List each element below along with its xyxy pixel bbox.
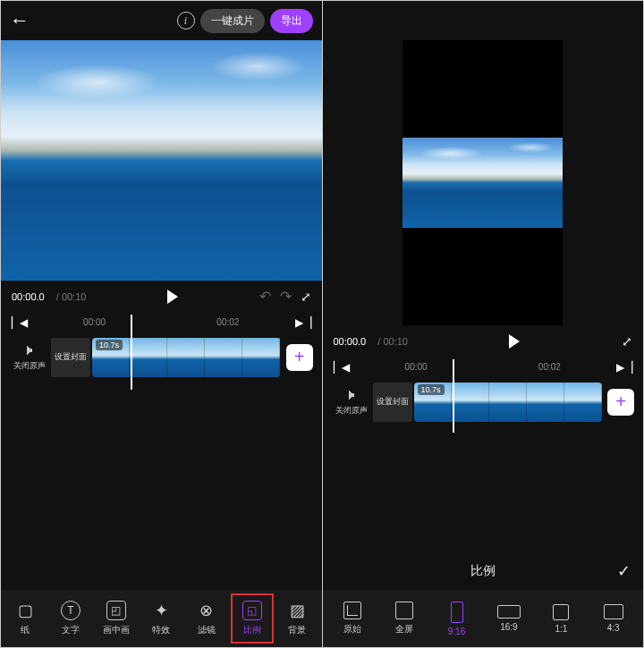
playhead[interactable] bbox=[131, 315, 132, 390]
expand-icon[interactable]: ⤢ bbox=[622, 334, 632, 349]
mute-label: 关闭原声 bbox=[335, 405, 368, 417]
add-clip-button[interactable]: + bbox=[607, 389, 634, 416]
ratio-original-icon bbox=[343, 602, 361, 619]
timeline-strip[interactable]: 🕨 关闭原声 设置封面 10.7s + bbox=[323, 377, 644, 427]
editor-pane-left: ← i 一键成片 导出 00:00.0 / 00:10 ↶ ↷ ⤢ ▏◀ 00:… bbox=[1, 1, 322, 647]
current-time: 00:00.0 bbox=[12, 291, 45, 302]
ratio-option-16-9[interactable]: 16:9 bbox=[489, 605, 529, 632]
mute-label: 关闭原声 bbox=[13, 360, 46, 372]
timeline-ruler: ▏◀ 00:00 00:02 ▶▕ bbox=[323, 358, 644, 377]
ratio-label: 全屏 bbox=[395, 623, 413, 635]
tool-background[interactable]: ▨ 背景 bbox=[279, 597, 315, 640]
play-icon[interactable] bbox=[167, 290, 178, 304]
speaker-icon: 🕨 bbox=[344, 387, 359, 403]
header: ← i 一键成片 导出 bbox=[1, 1, 322, 40]
mute-toggle[interactable]: 🕨 关闭原声 bbox=[332, 387, 371, 417]
ratio-option-original[interactable]: 原始 bbox=[333, 602, 372, 635]
editor-pane-right: 00:00.0 / 00:10 ⤢ ▏◀ 00:00 00:02 ▶▕ 🕨 关闭… bbox=[323, 1, 644, 647]
clip[interactable]: 10.7s bbox=[92, 338, 281, 377]
playbar: 00:00.0 / 00:10 ⤢ bbox=[323, 325, 644, 358]
ratio-9-16-icon bbox=[451, 602, 463, 623]
current-time: 00:00.0 bbox=[334, 336, 367, 347]
timeline-strip[interactable]: 🕨 关闭原声 设置封面 10.7s + bbox=[1, 332, 322, 383]
paper-icon: ▢ bbox=[15, 601, 35, 620]
add-clip-button[interactable]: + bbox=[286, 344, 313, 371]
ratio-panel-header: 比例 ✓ bbox=[323, 552, 644, 590]
clip[interactable]: 10.7s bbox=[414, 383, 603, 422]
next-frame-icon[interactable]: ▶▕ bbox=[616, 361, 632, 374]
prev-frame-icon[interactable]: ▏◀ bbox=[334, 361, 350, 374]
redo-icon[interactable]: ↷ bbox=[280, 288, 292, 305]
filter-icon: ⊗ bbox=[197, 601, 216, 620]
mute-toggle[interactable]: 🕨 关闭原声 bbox=[10, 342, 49, 372]
tool-effects[interactable]: ✦ 特效 bbox=[143, 597, 179, 640]
ratio-panel-title: 比例 bbox=[470, 563, 496, 579]
ratio-label: 9:16 bbox=[448, 627, 465, 636]
autocreate-button[interactable]: 一键成片 bbox=[200, 9, 265, 33]
tool-label: 背景 bbox=[288, 624, 306, 636]
ratio-label: 原始 bbox=[343, 623, 361, 635]
total-time: / 00:10 bbox=[375, 336, 408, 347]
playhead[interactable] bbox=[453, 359, 454, 433]
tool-label: 特效 bbox=[152, 624, 170, 636]
ratio-icon: ◱ bbox=[242, 601, 262, 620]
speaker-icon: 🕨 bbox=[22, 342, 37, 358]
set-cover-button[interactable]: 设置封面 bbox=[373, 383, 412, 422]
tool-label: 比例 bbox=[243, 624, 261, 636]
ratio-label: 1:1 bbox=[555, 624, 567, 634]
ratio-option-1-1[interactable]: 1:1 bbox=[541, 604, 580, 634]
ratio-4-3-icon bbox=[604, 604, 623, 619]
ruler-tick: 00:00 bbox=[83, 317, 106, 327]
tool-paper[interactable]: ▢ 纸 bbox=[7, 597, 43, 640]
video-preview[interactable] bbox=[323, 40, 644, 325]
tool-pip[interactable]: ◰ 画中画 bbox=[98, 597, 134, 640]
duration-badge: 10.7s bbox=[418, 384, 445, 395]
text-icon: T bbox=[61, 601, 80, 620]
duration-badge: 10.7s bbox=[96, 340, 123, 350]
tool-filter[interactable]: ⊗ 滤镜 bbox=[189, 597, 225, 640]
set-cover-button[interactable]: 设置封面 bbox=[51, 338, 90, 377]
background-icon: ▨ bbox=[287, 601, 307, 620]
ratio-option-9-16[interactable]: 9:16 bbox=[437, 602, 477, 636]
export-button[interactable]: 导出 bbox=[270, 9, 313, 33]
ratio-option-fullscreen[interactable]: 全屏 bbox=[385, 602, 424, 635]
ruler-tick: 00:02 bbox=[538, 362, 561, 372]
preview-frame bbox=[1, 40, 322, 281]
expand-icon[interactable]: ⤢ bbox=[301, 290, 311, 304]
ratio-label: 16:9 bbox=[500, 622, 517, 632]
info-icon[interactable]: i bbox=[177, 12, 195, 29]
ratio-label: 4:3 bbox=[607, 623, 620, 633]
ratio-1-1-icon bbox=[553, 604, 569, 620]
back-icon[interactable]: ← bbox=[10, 9, 30, 32]
tool-ratio[interactable]: ◱ 比例 bbox=[234, 597, 270, 640]
playbar: 00:00.0 / 00:10 ↶ ↷ ⤢ bbox=[1, 281, 322, 313]
ratio-options: 原始 全屏 9:16 16:9 1:1 4:3 bbox=[323, 590, 644, 647]
ratio-option-4-3[interactable]: 4:3 bbox=[594, 604, 633, 633]
video-preview[interactable] bbox=[1, 40, 322, 281]
tool-label: 文字 bbox=[62, 624, 80, 636]
next-frame-icon[interactable]: ▶▕ bbox=[295, 316, 311, 329]
main-toolbar: ▢ 纸 T 文字 ◰ 画中画 ✦ 特效 ⊗ 滤镜 ◱ 比例 bbox=[1, 590, 322, 647]
total-time: / 00:10 bbox=[54, 291, 87, 302]
ruler-tick: 00:00 bbox=[405, 362, 428, 372]
tool-text[interactable]: T 文字 bbox=[53, 597, 89, 640]
timeline-ruler: ▏◀ 00:00 00:02 ▶▕ bbox=[1, 313, 322, 332]
pip-icon: ◰ bbox=[106, 601, 126, 620]
effects-icon: ✦ bbox=[151, 601, 171, 620]
confirm-icon[interactable]: ✓ bbox=[617, 561, 631, 581]
play-icon[interactable] bbox=[509, 334, 520, 349]
tool-label: 滤镜 bbox=[198, 624, 216, 636]
ratio-16-9-icon bbox=[497, 605, 521, 619]
tool-label: 画中画 bbox=[103, 624, 130, 636]
undo-icon[interactable]: ↶ bbox=[259, 288, 271, 305]
ruler-tick: 00:02 bbox=[216, 317, 239, 327]
tool-label: 纸 bbox=[21, 624, 30, 636]
ratio-fullscreen-icon bbox=[395, 602, 413, 619]
prev-frame-icon[interactable]: ▏◀ bbox=[12, 316, 28, 329]
preview-frame bbox=[402, 138, 563, 228]
